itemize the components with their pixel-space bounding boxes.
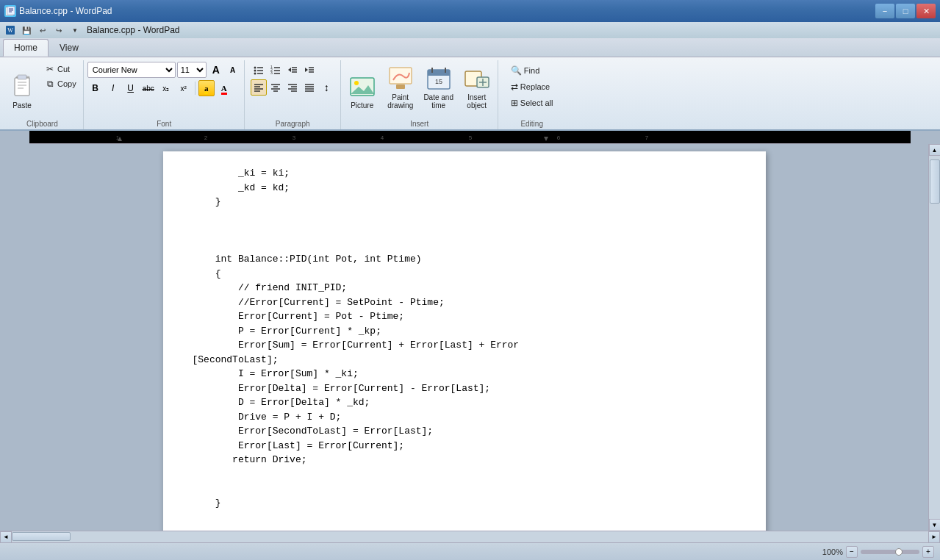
insert-object-icon: [464, 65, 490, 92]
ruler: 1 2 3 4 5 6 7: [29, 131, 911, 144]
zoom-in-button[interactable]: +: [922, 546, 934, 558]
select-all-button[interactable]: ⊞ Select all: [507, 96, 557, 110]
svg-text:6: 6: [557, 134, 561, 141]
svg-text:W: W: [7, 27, 13, 34]
insert-object-button[interactable]: Insertobject: [459, 62, 495, 112]
svg-rect-8: [15, 78, 29, 96]
app-icon: [4, 5, 16, 17]
align-center-button[interactable]: [268, 79, 284, 96]
hscroll-track[interactable]: [12, 531, 928, 542]
clipboard-content: Paste ✂ Cut ⧉ Copy: [4, 60, 80, 118]
quick-redo-button[interactable]: ↪: [51, 24, 66, 37]
find-label: Find: [524, 66, 539, 75]
scroll-right-button[interactable]: ►: [928, 531, 940, 543]
zoom-slider[interactable]: [861, 550, 919, 554]
svg-rect-56: [428, 73, 450, 76]
strikethrough-button[interactable]: abc: [140, 80, 157, 96]
copy-label: Copy: [57, 79, 76, 88]
align-justify-button[interactable]: [301, 79, 317, 96]
ribbon-group-insert: Picture Paintdrawing: [342, 60, 498, 129]
font-family-select[interactable]: Courier New: [87, 62, 176, 78]
superscript-button[interactable]: x²: [176, 80, 192, 96]
svg-point-17: [254, 73, 256, 75]
tab-home[interactable]: Home: [3, 39, 49, 57]
tab-view[interactable]: View: [49, 39, 90, 57]
datetime-button[interactable]: 15 Date andtime: [421, 62, 456, 112]
ribbon-group-editing: 🔍 Find ⇄ Replace ⊞ Select all Editing: [499, 60, 565, 129]
document-scroll-area[interactable]: _ki = ki; _kd = kd; } int Balance::PID(i…: [0, 144, 928, 531]
svg-point-15: [254, 70, 256, 72]
document-page[interactable]: _ki = ki; _kd = kd; } int Balance::PID(i…: [163, 151, 766, 531]
copy-button[interactable]: ⧉ Copy: [41, 76, 80, 91]
scroll-down-button[interactable]: ▼: [929, 519, 941, 531]
subscript-button[interactable]: x₂: [158, 80, 174, 96]
find-button[interactable]: 🔍 Find: [507, 63, 543, 78]
align-right-button[interactable]: [284, 79, 301, 96]
zoom-level: 100%: [822, 548, 843, 556]
insert-label: Insert: [345, 118, 495, 129]
font-format-row: B I U abc x₂ x² a A: [87, 80, 232, 96]
line-spacing-button[interactable]: ↕: [318, 79, 334, 96]
grow-font-button[interactable]: A: [208, 62, 224, 78]
increase-indent-button[interactable]: [301, 62, 317, 78]
bold-button[interactable]: B: [87, 80, 104, 96]
svg-marker-29: [305, 68, 308, 72]
quick-access-dropdown[interactable]: ▼: [68, 24, 82, 37]
font-color-button[interactable]: A: [216, 80, 232, 96]
quick-undo-button[interactable]: ↩: [35, 24, 50, 37]
highlight-button[interactable]: a: [198, 80, 215, 96]
svg-text:5: 5: [469, 134, 473, 141]
quick-access-menu-button[interactable]: W: [3, 24, 18, 37]
font-label: Font: [87, 118, 241, 129]
quick-access-title: Balance.cpp - WordPad: [87, 25, 937, 35]
font-name-row: Courier New 11 A A: [87, 62, 241, 78]
hscroll-thumb[interactable]: [12, 532, 71, 541]
picture-label: Picture: [351, 101, 373, 110]
bullet-list-button[interactable]: [251, 62, 267, 78]
maximize-button[interactable]: □: [896, 4, 915, 18]
paint-drawing-button[interactable]: Paintdrawing: [383, 62, 418, 112]
font-content: Courier New 11 A A B I U abc x₂: [87, 60, 241, 118]
titlebar: Balance.cpp - WordPad − □ ✕: [0, 0, 940, 22]
zoom-out-button[interactable]: −: [846, 546, 858, 558]
vertical-scrollbar[interactable]: ▲ ▼: [928, 144, 940, 531]
insert-content: Picture Paintdrawing: [345, 60, 495, 118]
select-all-label: Select all: [520, 98, 553, 107]
scroll-thumb[interactable]: [930, 159, 940, 204]
find-icon: 🔍: [511, 65, 522, 76]
scroll-up-button[interactable]: ▲: [929, 144, 941, 156]
decrease-indent-button[interactable]: [284, 62, 301, 78]
replace-button[interactable]: ⇄ Replace: [507, 79, 553, 94]
editing-label: Editing: [502, 118, 562, 129]
horizontal-scrollbar[interactable]: ◄ ►: [0, 531, 940, 542]
datetime-icon: 15: [426, 65, 452, 92]
ribbon-group-paragraph: 1. 2. 3.: [245, 60, 341, 129]
ribbon-group-font: Courier New 11 A A B I U abc x₂: [85, 60, 245, 129]
clipboard-label: Clipboard: [4, 118, 80, 129]
close-button[interactable]: ✕: [916, 4, 936, 18]
cut-button[interactable]: ✂ Cut: [41, 62, 80, 76]
italic-button[interactable]: I: [105, 80, 121, 96]
cut-icon: ✂: [45, 64, 55, 74]
paint-icon: [387, 65, 414, 92]
scroll-left-button[interactable]: ◄: [0, 531, 12, 543]
font-size-select[interactable]: 11: [177, 62, 207, 78]
svg-text:3.: 3.: [270, 71, 273, 75]
svg-point-13: [254, 67, 256, 69]
minimize-button[interactable]: −: [875, 4, 894, 18]
ribbon: Paste ✂ Cut ⧉ Copy Clipboard: [0, 57, 940, 131]
numbered-list-button[interactable]: 1. 2. 3.: [268, 62, 284, 78]
picture-button[interactable]: Picture: [345, 62, 380, 112]
scroll-track[interactable]: [929, 156, 940, 519]
editing-content: 🔍 Find ⇄ Replace ⊞ Select all: [507, 60, 557, 118]
svg-text:7: 7: [645, 134, 649, 141]
copy-icon: ⧉: [45, 79, 55, 89]
svg-text:2: 2: [204, 134, 208, 141]
ribbon-tab-bar: Home View: [0, 38, 940, 57]
cut-label: Cut: [57, 65, 70, 73]
quick-save-button[interactable]: 💾: [19, 24, 34, 37]
underline-button[interactable]: U: [123, 80, 139, 96]
shrink-font-button[interactable]: A: [225, 62, 241, 78]
align-left-button[interactable]: [251, 79, 267, 96]
paste-button[interactable]: Paste: [4, 62, 40, 112]
